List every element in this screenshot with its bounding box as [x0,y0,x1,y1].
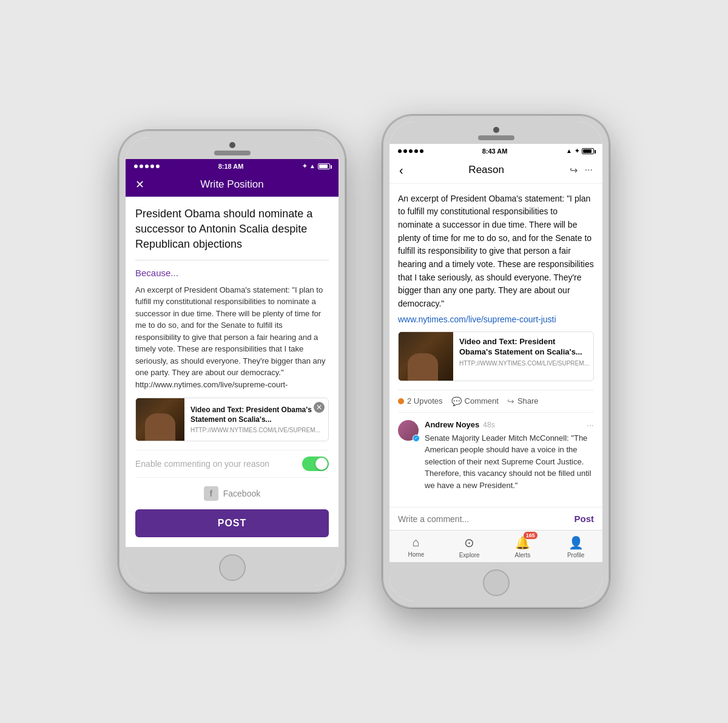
nav-profile[interactable]: 👤 Profile [549,535,602,558]
comment-time: 48s [483,421,494,429]
share-action-icon: ↪ [507,396,514,406]
time-2: 8:43 AM [482,148,508,155]
comment-meta: Andrew Noyes 48s ··· [425,420,594,430]
comment-text: Senate Majority Leader Mitch McConnell: … [425,432,594,492]
home-button-1[interactable] [219,554,246,581]
dot-8 [409,149,413,153]
facebook-label: Facebook [223,489,260,498]
dot-1 [134,165,138,168]
phone-2: 8:43 AM ▲ ✦ ‹ Reason ↪ ··· An excerpt of… [382,115,610,609]
write-position-header: ✕ Write Position [126,172,339,197]
dot-2 [140,165,143,168]
explore-nav-icon: ⊙ [464,535,474,550]
speaker-1 [214,151,251,155]
phone-1: 8:18 AM ✦ ▲ ✕ Write Position President O… [118,130,346,593]
dot-4 [150,165,154,168]
home-btn-area-2 [389,562,602,601]
alerts-badge: 165 [524,532,538,539]
media-card-url: HTTP://WWW.NYTIMES.COM/LIVE/SUPREM... [459,360,589,367]
home-btn-area-1 [126,547,339,586]
dot-10 [420,149,423,153]
comment-toggle[interactable] [302,457,329,471]
obama-image [136,398,184,441]
comment-label: Comment [465,396,499,406]
wifi-icon: ▲ [309,163,315,169]
dot-5 [156,165,160,168]
profile-nav-icon: 👤 [568,535,584,550]
comment-toggle-row: Enable commenting on your reason [135,450,329,478]
home-nav-icon: ⌂ [413,535,420,549]
dot-3 [145,165,149,168]
upvote-action[interactable]: 2 Upvotes [398,396,443,406]
media-card-image [399,332,453,381]
link-card-1: Video and Text: President Obama's Statem… [135,398,329,441]
comment-input-row: Post [389,507,602,530]
post-button[interactable]: POST [135,509,329,537]
toggle-label: Enable commenting on your reason [135,459,269,469]
action-bar: 2 Upvotes 💬 Comment ↪ Share [398,390,594,413]
facebook-row[interactable]: f Facebook [135,486,329,501]
reason-header: ‹ Reason ↪ ··· [389,157,602,184]
home-button-2[interactable] [483,569,510,596]
toggle-thumb [315,458,328,470]
position-title: President Obama should nominate a succes… [135,206,329,260]
link-card-url: HTTP://WWW.NYTIMES.COM/LIVE/SUPREM... [190,427,322,433]
share-icon[interactable]: ↪ [570,165,578,176]
commenter-name: Andrew Noyes [425,420,479,429]
obama-image-2 [399,332,453,381]
camera-2 [493,127,499,133]
status-bar-2: 8:43 AM ▲ ✦ [389,144,602,157]
phone1-body: President Obama should nominate a succes… [126,197,339,547]
phone-top-1 [126,137,339,159]
location-icon: ▲ [566,148,572,154]
link-card-image [136,398,184,441]
home-nav-label: Home [408,551,425,558]
more-icon[interactable]: ··· [585,165,593,175]
phone-top-2 [389,122,602,144]
verified-badge: ✓ [413,435,420,442]
comment-action[interactable]: 💬 Comment [451,396,499,406]
status-bar-1: 8:18 AM ✦ ▲ [126,159,339,172]
because-label: Because... [135,268,329,278]
bottom-nav: ⌂ Home ⊙ Explore 🔔 165 Alerts 👤 Profile [389,530,602,562]
nav-home[interactable]: ⌂ Home [389,535,443,558]
signal-dots-2 [398,149,423,153]
dot-6 [398,149,402,153]
dot-9 [414,149,418,153]
back-button[interactable]: ‹ [399,163,403,177]
write-position-title: Write Position [200,178,264,191]
battery-icon [318,163,330,169]
alerts-badge-wrap: 🔔 165 [515,535,530,550]
share-label: Share [517,396,539,406]
status-icons-1: ✦ ▲ [302,163,330,169]
share-action[interactable]: ↪ Share [507,396,539,406]
media-card-body: Video and Text: President Obama's Statem… [453,332,594,381]
header-actions: ↪ ··· [570,165,593,176]
signal-dots-1 [134,165,160,168]
profile-nav-label: Profile [567,552,584,558]
close-button[interactable]: ✕ [135,178,144,191]
card-close-button[interactable]: ✕ [314,402,325,413]
media-card[interactable]: Video and Text: President Obama's Statem… [398,331,594,381]
reason-main-text: An excerpt of President Obama's statemen… [398,192,594,311]
comment-content: Andrew Noyes 48s ··· Senate Majority Lea… [425,420,594,492]
time-1: 8:18 AM [218,163,244,170]
explore-nav-label: Explore [459,552,480,558]
comment-more-icon[interactable]: ··· [587,420,594,430]
reason-link[interactable]: www.nytimes.com/live/supreme-court-justi [398,314,594,324]
dot-7 [403,149,407,153]
upvote-icon [398,398,404,404]
reason-text-input[interactable]: An excerpt of President Obama's statemen… [135,284,329,391]
facebook-icon: f [204,486,218,501]
nav-alerts[interactable]: 🔔 165 Alerts [496,535,550,558]
comment-input[interactable] [398,514,569,524]
status-icons-2: ▲ ✦ [566,148,594,154]
battery-icon-2 [582,148,594,154]
post-comment-button[interactable]: Post [574,514,594,524]
nav-explore[interactable]: ⊙ Explore [443,535,496,558]
media-card-title: Video and Text: President Obama's Statem… [459,337,589,358]
bluetooth-icon: ✦ [302,163,307,169]
link-card-content: Video and Text: President Obama's Statem… [184,401,328,438]
comment-icon: 💬 [451,396,462,406]
reason-title: Reason [468,164,504,176]
